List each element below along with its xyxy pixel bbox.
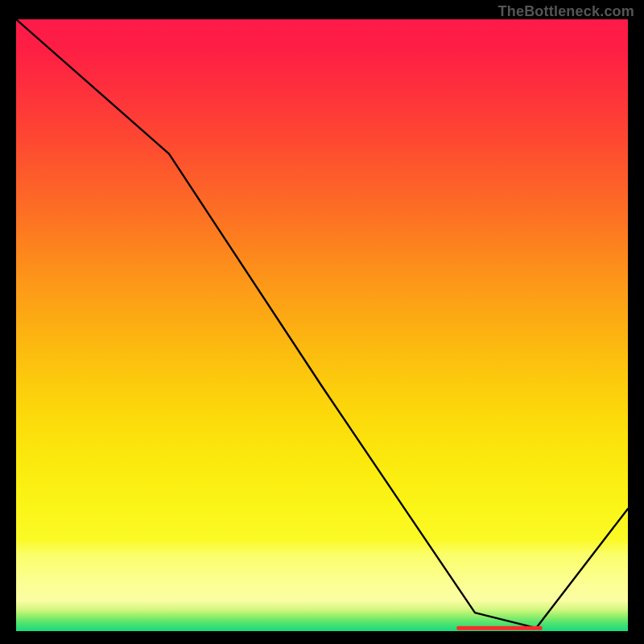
chart-frame: TheBottleneck.com: [0, 0, 644, 644]
chart-plot: [16, 19, 628, 631]
chart-background: [16, 19, 628, 631]
marker-bar: [456, 626, 542, 630]
watermark-text: TheBottleneck.com: [498, 3, 634, 20]
chart-svg: [16, 19, 628, 631]
